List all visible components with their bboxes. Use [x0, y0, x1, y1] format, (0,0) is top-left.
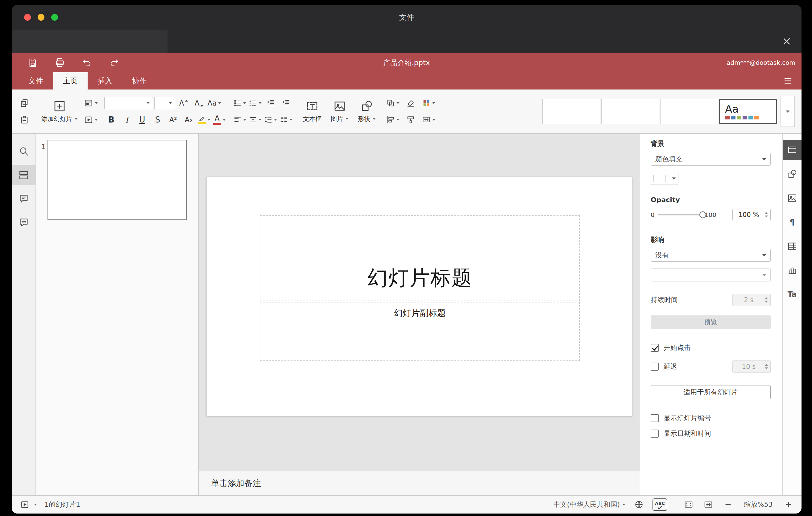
slideshow-icon[interactable]: [19, 498, 31, 511]
window-title: 文件: [399, 12, 414, 22]
save-button[interactable]: [27, 56, 39, 69]
slide-layout-button[interactable]: [84, 96, 98, 110]
shape-settings-icon[interactable]: [783, 164, 802, 184]
delay-checkbox[interactable]: [651, 363, 659, 371]
theme-option[interactable]: [542, 99, 600, 124]
insert-image-button[interactable]: 图片: [327, 93, 352, 130]
slide-thumbnail[interactable]: [48, 140, 187, 220]
vertical-align-button[interactable]: [248, 113, 262, 127]
superscript-button[interactable]: A²: [166, 113, 180, 127]
feedback-icon[interactable]: [12, 212, 36, 233]
notes-input[interactable]: 单击添加备注: [199, 470, 640, 495]
theme-option-selected[interactable]: Aa: [719, 99, 777, 124]
add-slide-button[interactable]: 添加幻灯片: [38, 93, 82, 130]
strikethrough-button[interactable]: S: [150, 113, 165, 127]
theme-option[interactable]: [601, 99, 659, 124]
bullets-button[interactable]: [233, 96, 247, 110]
arrange-shapes-button[interactable]: [386, 96, 400, 110]
zoom-out-icon[interactable]: [722, 498, 734, 511]
duration-input[interactable]: 2 s: [732, 294, 771, 306]
subscript-button[interactable]: A₂: [181, 113, 196, 127]
theme-gallery-expand-button[interactable]: [781, 96, 795, 127]
slide-size-button[interactable]: [422, 113, 436, 127]
clear-style-button[interactable]: [404, 96, 418, 110]
show-slide-number-checkbox[interactable]: [651, 414, 659, 422]
menu-icon[interactable]: [782, 75, 794, 87]
start-slideshow-button[interactable]: [84, 113, 98, 127]
tab-insert[interactable]: 插入: [88, 72, 122, 89]
opacity-slider[interactable]: [658, 214, 703, 216]
insert-textbox-button[interactable]: 文本框: [299, 93, 325, 130]
theme-color-swatch: [754, 116, 759, 119]
horizontal-align-button[interactable]: [233, 113, 247, 127]
slide-subtitle-text: 幻灯片副标题: [394, 307, 446, 319]
decrease-indent-button[interactable]: [263, 96, 278, 110]
image-settings-icon[interactable]: [783, 188, 802, 208]
globe-icon[interactable]: [633, 498, 645, 511]
paragraph-settings-icon[interactable]: ¶: [783, 212, 802, 232]
comments-icon[interactable]: [12, 189, 36, 209]
zoom-in-icon[interactable]: [782, 498, 795, 511]
language-select[interactable]: 中文(中华人民共和国): [553, 500, 625, 509]
line-spacing-button[interactable]: [263, 113, 278, 127]
slides-panel-icon[interactable]: [12, 165, 36, 185]
paste-button[interactable]: [17, 113, 31, 127]
redo-button[interactable]: [108, 56, 120, 69]
search-icon[interactable]: [12, 141, 36, 162]
slideshow-options-chevron-icon[interactable]: [34, 504, 37, 506]
font-size-select[interactable]: [154, 97, 175, 109]
textart-settings-icon[interactable]: Ta: [783, 284, 802, 305]
increase-font-button[interactable]: A: [176, 96, 191, 110]
subtitle-placeholder[interactable]: 幻灯片副标题: [260, 302, 580, 361]
increase-indent-button[interactable]: [279, 96, 293, 110]
theme-option[interactable]: [660, 99, 718, 124]
modal-header-strip: [12, 30, 802, 53]
chart-settings-icon[interactable]: [783, 260, 802, 281]
fit-slide-icon[interactable]: [683, 498, 695, 511]
copy-button[interactable]: [17, 96, 31, 110]
change-case-button[interactable]: Aa: [207, 96, 222, 110]
table-settings-icon[interactable]: [783, 236, 802, 256]
opacity-value-input[interactable]: 100 %: [732, 209, 771, 221]
delay-input[interactable]: 10 s: [732, 361, 771, 373]
copy-style-button[interactable]: [404, 113, 418, 127]
effect-select[interactable]: 没有: [651, 249, 771, 262]
undo-button[interactable]: [81, 56, 93, 69]
close-window-button[interactable]: [24, 14, 31, 21]
background-fill-select[interactable]: 颜色填充: [651, 153, 771, 166]
columns-button[interactable]: [279, 113, 293, 127]
slide-settings-icon[interactable]: [783, 140, 802, 160]
underline-button[interactable]: U: [135, 113, 149, 127]
opacity-slider-knob[interactable]: [699, 211, 706, 218]
minimize-window-button[interactable]: [38, 14, 45, 21]
close-icon[interactable]: [780, 34, 793, 48]
effect-type-select[interactable]: [651, 268, 771, 282]
start-on-click-checkbox[interactable]: [651, 344, 659, 352]
bold-button[interactable]: B: [104, 113, 118, 127]
background-color-picker[interactable]: [651, 172, 678, 185]
tab-file[interactable]: 文件: [19, 72, 53, 89]
highlight-color-button[interactable]: [197, 113, 211, 127]
tab-home[interactable]: 主页: [53, 72, 88, 89]
spellcheck-icon[interactable]: ABC: [652, 498, 667, 511]
slide-canvas[interactable]: 幻灯片标题 幻灯片副标题: [199, 134, 640, 470]
insert-shape-button[interactable]: 形状: [354, 93, 379, 130]
font-color-button[interactable]: A: [212, 113, 227, 127]
tab-collaboration[interactable]: 协作: [122, 72, 157, 89]
italic-button[interactable]: I: [120, 113, 134, 127]
preview-button[interactable]: 预览: [651, 315, 771, 329]
title-placeholder[interactable]: 幻灯片标题: [260, 216, 580, 301]
show-datetime-checkbox[interactable]: [651, 430, 659, 438]
numbering-button[interactable]: [248, 96, 262, 110]
opacity-label: Opacity: [651, 196, 771, 204]
decrease-font-button[interactable]: A: [192, 96, 206, 110]
apply-to-all-button[interactable]: 适用于所有幻灯片: [651, 385, 771, 399]
slide[interactable]: 幻灯片标题 幻灯片副标题: [206, 177, 632, 416]
align-shapes-button[interactable]: [386, 113, 400, 127]
print-button[interactable]: [54, 56, 66, 69]
fit-width-icon[interactable]: [702, 498, 715, 511]
font-name-select[interactable]: [104, 97, 153, 109]
zoom-window-button[interactable]: [51, 14, 58, 21]
right-iconbar: ¶ Ta: [782, 134, 802, 495]
color-scheme-button[interactable]: [422, 96, 436, 110]
